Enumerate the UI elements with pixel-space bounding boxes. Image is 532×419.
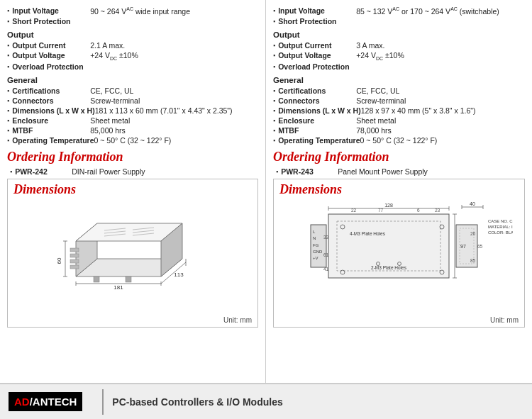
right-ordering-row: PWR-243 Panel Mount Power Supply <box>273 167 525 176</box>
svg-text:65: 65 <box>477 244 483 249</box>
svg-text:181: 181 <box>113 284 123 291</box>
svg-rect-4 <box>70 248 79 252</box>
left-general-list: Certifications CE, FCC, UL Connectors Sc… <box>7 86 258 145</box>
right-output-title: Output <box>273 30 525 39</box>
right-operating-temp: Operating Temperature 0 ~ 50° C (32 ~ 12… <box>273 135 525 145</box>
right-general-title: General <box>273 76 525 84</box>
svg-text:77: 77 <box>378 208 384 213</box>
svg-text:41: 41 <box>323 267 329 272</box>
left-input-list: Input Voltage 90 ~ 264 VAC wide input ra… <box>7 6 258 26</box>
svg-text:97: 97 <box>460 244 466 249</box>
svg-text:113: 113 <box>174 272 184 278</box>
right-connectors: Connectors Screw-terminal <box>273 96 525 106</box>
right-dim-drawing: 4-M3 Plate Holes 2-M3 Plate Holes L N FG… <box>274 199 524 312</box>
svg-text:33: 33 <box>323 235 329 240</box>
right-input-voltage: Input Voltage 85 ~ 132 VAC or 170 ~ 264 … <box>273 6 525 16</box>
svg-text:22: 22 <box>351 208 357 213</box>
svg-text:60: 60 <box>56 257 62 264</box>
svg-text:6: 6 <box>417 208 420 213</box>
right-dimensions: Dimensions (L x W x H) 128 x 97 x 40 mm … <box>273 106 525 116</box>
right-unit-label: Unit: mm <box>490 316 519 324</box>
right-overload-protection: Overload Protection <box>273 62 525 72</box>
right-dimensions-title: Dimensions <box>274 179 524 199</box>
svg-rect-6 <box>70 259 79 263</box>
left-dim-drawing: 181 60 113 <box>8 199 257 312</box>
left-output-current: Output Current 2.1 A max. <box>7 40 258 50</box>
svg-text:23: 23 <box>435 208 440 213</box>
svg-rect-5 <box>70 254 79 257</box>
left-operating-temp: Operating Temperature 0 ~ 50° C (32 ~ 12… <box>7 135 258 145</box>
svg-text:128: 128 <box>384 203 393 208</box>
footer-tagline: PC-based Controllers & I/O Modules <box>112 396 282 408</box>
svg-text:4-M3 Plate Holes: 4-M3 Plate Holes <box>350 231 386 236</box>
footer: AD/ANTECH PC-based Controllers & I/O Mod… <box>0 383 532 419</box>
svg-text:85: 85 <box>470 258 476 263</box>
left-output-title: Output <box>7 30 258 39</box>
left-mtbf: MTBF 85,000 hrs <box>7 125 258 135</box>
left-dimensions-box: Dimensions <box>7 179 258 328</box>
svg-rect-7 <box>70 265 79 269</box>
left-general-title: General <box>7 76 258 84</box>
right-ordering-title: Ordering Information <box>273 150 525 164</box>
left-input-voltage: Input Voltage 90 ~ 264 VAC wide input ra… <box>7 6 258 16</box>
svg-text:+V: +V <box>313 256 318 260</box>
left-short-protection: Short Protection <box>7 16 258 26</box>
svg-text:61: 61 <box>323 252 329 257</box>
right-input-list: Input Voltage 85 ~ 132 VAC or 170 ~ 264 … <box>273 6 525 26</box>
left-enclosure: Enclosure Sheet metal <box>7 116 258 125</box>
left-ordering-row: PWR-242 DIN-rail Power Supply <box>7 167 258 176</box>
svg-rect-9 <box>126 276 131 282</box>
svg-text:GND: GND <box>313 250 323 254</box>
svg-text:MATERIAL: IRON: MATERIAL: IRON <box>488 225 513 229</box>
left-output-voltage: Output Voltage +24 VDC ±10% <box>7 50 258 62</box>
right-column: Input Voltage 85 ~ 132 VAC or 170 ~ 264 … <box>266 0 532 383</box>
left-connectors: Connectors Screw-terminal <box>7 96 258 106</box>
left-column: Input Voltage 90 ~ 264 VAC wide input ra… <box>0 0 266 383</box>
left-dimensions: Dimensions (L x W x H) 181 x 113 x 60 mm… <box>7 106 258 116</box>
footer-logo: AD/ANTECH <box>9 392 82 411</box>
svg-text:N: N <box>313 236 316 240</box>
left-certifications: Certifications CE, FCC, UL <box>7 86 258 96</box>
right-certifications: Certifications CE, FCC, UL <box>273 86 525 96</box>
footer-divider <box>102 389 104 415</box>
left-dim-svg: 181 60 113 <box>55 206 211 305</box>
right-output-list: Output Current 3 A max. Output Voltage +… <box>273 40 525 72</box>
svg-rect-8 <box>94 276 99 282</box>
left-dimensions-title: Dimensions <box>8 179 257 199</box>
logo-text: AD/ANTECH <box>14 396 77 408</box>
svg-text:2-M3 Plate Holes: 2-M3 Plate Holes <box>371 265 407 270</box>
svg-text:FG: FG <box>313 243 319 247</box>
svg-text:26: 26 <box>470 231 476 236</box>
right-mtbf: MTBF 78,000 hrs <box>273 125 525 135</box>
left-ordering-title: Ordering Information <box>7 150 258 164</box>
left-overload-protection: Overload Protection <box>7 62 258 72</box>
svg-text:CASE NO. C3072: CASE NO. C3072 <box>488 219 513 223</box>
left-output-list: Output Current 2.1 A max. Output Voltage… <box>7 40 258 72</box>
left-unit-label: Unit: mm <box>223 316 252 324</box>
svg-text:COLOR: BLACK: COLOR: BLACK <box>488 230 513 235</box>
svg-text:40: 40 <box>470 201 475 206</box>
right-output-voltage: Output Voltage +24 VDC ±10% <box>273 50 525 62</box>
right-general-list: Certifications CE, FCC, UL Connectors Sc… <box>273 86 525 145</box>
right-enclosure: Enclosure Sheet metal <box>273 116 525 125</box>
right-dimensions-box: Dimensions <box>273 179 525 328</box>
right-output-current: Output Current 3 A max. <box>273 40 525 50</box>
right-short-protection: Short Protection <box>273 16 525 26</box>
right-dim-svg: 4-M3 Plate Holes 2-M3 Plate Holes L N FG… <box>286 200 513 310</box>
